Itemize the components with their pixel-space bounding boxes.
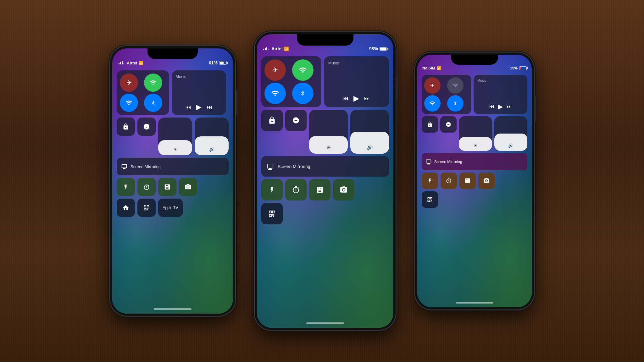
rotation-lock-center[interactable] — [261, 110, 283, 131]
appletv-left[interactable]: Apple TV — [158, 199, 183, 217]
signal-bar-4 — [123, 63, 124, 64]
prev-icon-center[interactable]: ⏮ — [343, 95, 348, 102]
calculator-center[interactable] — [309, 179, 330, 200]
battery-percent-left: 61% — [209, 60, 218, 65]
music-group-left: Music ⏮ ▶ ⏭ — [172, 70, 226, 115]
signal-bar-c3 — [266, 47, 267, 50]
screen-mirroring-center[interactable]: Screen Mirroring — [261, 156, 389, 177]
screen-right: No SIM 📶 15% ✈ — [417, 55, 532, 307]
play-icon-center[interactable]: ▶ — [353, 94, 359, 103]
phone-left: Airtel 📶 61% ✈ — [110, 46, 236, 316]
app-row-2-center — [261, 203, 389, 224]
brightness-slider-center[interactable]: ☀ — [309, 110, 348, 154]
flashlight-left[interactable] — [117, 178, 135, 196]
camera-left[interactable] — [179, 178, 197, 196]
music-group-center: Music ⏮ ▶ ⏭ — [324, 56, 389, 107]
prev-icon-left[interactable]: ⏮ — [186, 104, 191, 111]
status-bar-left: Airtel 📶 61% — [119, 60, 227, 65]
connectivity-group-center: ✈ — [261, 56, 321, 107]
play-icon-right[interactable]: ▶ — [498, 103, 503, 110]
next-icon-right[interactable]: ⏭ — [507, 104, 512, 109]
status-right-left: 61% — [209, 60, 227, 65]
qr-code-left[interactable] — [137, 199, 156, 217]
rotation-lock-left[interactable] — [117, 118, 135, 136]
play-icon-left[interactable]: ▶ — [196, 103, 202, 111]
volume-slider-left[interactable]: 🔊 — [195, 118, 229, 155]
calculator-left[interactable] — [158, 178, 176, 196]
battery-percent-center: 98% — [369, 46, 378, 51]
music-controls-right[interactable]: ⏮ ▶ ⏭ — [477, 103, 524, 110]
qr-code-right[interactable] — [422, 191, 438, 208]
cellular-center[interactable] — [292, 59, 314, 81]
control-center-right: ✈ Music ⏮ — [422, 75, 527, 210]
bluetooth-right[interactable] — [447, 95, 464, 112]
carrier-center: Airtel — [271, 46, 283, 51]
home-indicator-left — [154, 308, 192, 310]
volume-slider-center[interactable]: 🔊 — [350, 110, 389, 154]
status-right-center: 98% — [369, 46, 387, 51]
cellular-right[interactable] — [447, 77, 464, 94]
calculator-right[interactable] — [459, 173, 476, 189]
home-left[interactable] — [117, 199, 135, 217]
do-not-disturb-center[interactable] — [285, 110, 307, 131]
brightness-slider-right[interactable]: ☀ — [459, 116, 492, 151]
do-not-disturb-right[interactable] — [440, 116, 457, 133]
rotation-lock-right[interactable] — [422, 116, 438, 133]
airplane-mode-right[interactable]: ✈ — [424, 77, 441, 94]
do-not-disturb-left[interactable] — [137, 118, 156, 136]
wifi-right[interactable] — [424, 95, 441, 112]
music-group-right: Music ⏮ ▶ ⏭ — [474, 75, 527, 114]
timer-center[interactable] — [285, 179, 307, 200]
wifi-center[interactable] — [264, 83, 286, 104]
music-controls-center[interactable]: ⏮ ▶ ⏭ — [328, 94, 385, 103]
camera-center[interactable] — [333, 179, 354, 200]
music-controls-left[interactable]: ⏮ ▶ ⏭ — [175, 103, 222, 111]
screen-mirroring-left[interactable]: Screen Mirroring — [117, 158, 229, 175]
airplane-mode-center[interactable]: ✈ — [264, 59, 286, 81]
home-indicator-right — [456, 302, 493, 304]
phone-right: No SIM 📶 15% ✈ — [415, 52, 534, 310]
brightness-slider-left[interactable]: ☀ — [158, 118, 192, 155]
next-icon-center[interactable]: ⏭ — [364, 95, 370, 102]
connectivity-group-left: ✈ — [117, 70, 169, 115]
next-icon-left[interactable]: ⏭ — [207, 104, 212, 111]
volume-slider-right[interactable]: 🔊 — [494, 116, 528, 151]
phones-container: Airtel 📶 61% ✈ — [110, 32, 534, 330]
prev-icon-right[interactable]: ⏮ — [489, 104, 494, 109]
timer-right[interactable] — [441, 173, 457, 189]
screen-center: Airtel 📶 98% ✈ — [257, 34, 393, 328]
qr-code-center[interactable] — [261, 203, 283, 224]
battery-fill-right — [520, 67, 521, 69]
signal-bar-1 — [119, 63, 119, 64]
phone-center: Airtel 📶 98% ✈ — [254, 32, 396, 330]
flashlight-right[interactable] — [422, 173, 438, 189]
battery-body-left — [219, 61, 227, 65]
bluetooth-left[interactable] — [144, 94, 162, 112]
battery-center — [380, 47, 387, 51]
wifi-status-icon-left: 📶 — [138, 61, 143, 65]
timer-left[interactable] — [137, 178, 156, 196]
camera-right[interactable] — [478, 173, 495, 189]
flashlight-center[interactable] — [261, 179, 283, 200]
screen-mirroring-label-left: Screen Mirroring — [130, 164, 161, 169]
airplane-mode-left[interactable]: ✈ — [120, 74, 138, 92]
connectivity-group-right: ✈ — [422, 75, 471, 114]
app-row-1-center — [261, 179, 389, 200]
wifi-status-icon-right: 📶 — [436, 66, 441, 70]
control-center-center: ✈ Music ⏮ — [261, 56, 389, 227]
notch-left — [147, 48, 198, 59]
battery-right — [519, 66, 527, 70]
status-bar-right: No SIM 📶 15% — [422, 66, 527, 70]
appletv-label: Apple TV — [163, 206, 178, 210]
signal-bars-center — [263, 47, 269, 50]
wifi-left[interactable] — [120, 94, 138, 112]
notch-center — [297, 34, 353, 46]
screen-mirroring-right[interactable]: Screen Mirroring — [422, 153, 527, 170]
status-left-right: No SIM 📶 — [422, 66, 441, 70]
app-row-2-left: Apple TV — [117, 199, 229, 217]
cellular-left[interactable] — [144, 74, 162, 92]
app-row-1-right — [422, 173, 527, 189]
battery-fill-center — [380, 47, 386, 50]
signal-bar-c1 — [263, 49, 264, 50]
bluetooth-center[interactable] — [292, 83, 314, 104]
